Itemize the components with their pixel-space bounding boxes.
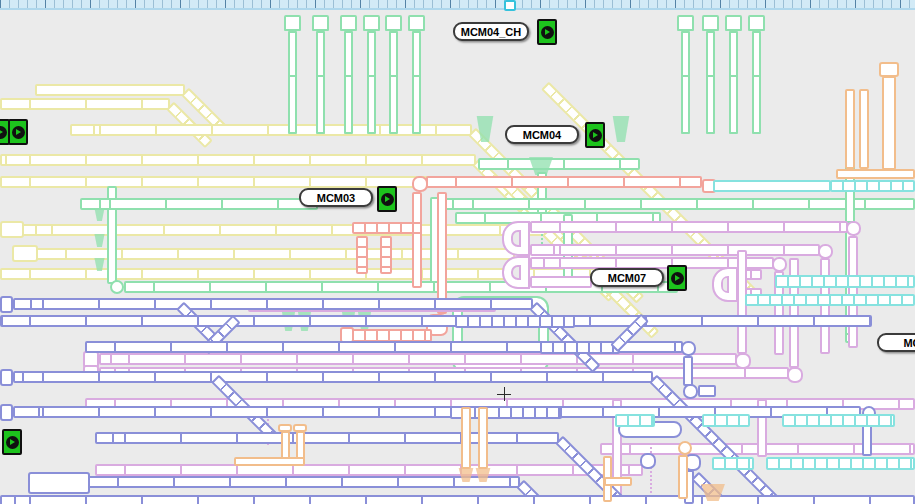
track-corner (110, 280, 124, 294)
station-label-mcm07[interactable]: MCM07 (590, 268, 664, 287)
run-status-icon[interactable] (377, 186, 397, 212)
play-arrow-icon (16, 129, 21, 135)
track-endcap (0, 296, 13, 313)
crosshair-cursor (504, 387, 505, 401)
track-segment (530, 276, 592, 288)
tube-cap (363, 15, 380, 31)
track-segmented (782, 414, 895, 427)
tube-body (344, 31, 353, 134)
track-segment (0, 98, 170, 110)
tube-body (729, 31, 738, 134)
track-segment (234, 457, 305, 466)
track-segment (678, 455, 688, 499)
play-arrow-icon (675, 275, 680, 281)
track-endcap (12, 245, 38, 262)
status-core-icon (671, 272, 684, 285)
tube-track (725, 15, 742, 134)
track-segment (845, 89, 855, 169)
status-core-icon (589, 129, 602, 142)
run-status-icon[interactable] (667, 265, 687, 291)
track-segmented (615, 414, 655, 427)
station-label-mcm04_ch[interactable]: MCM04_CH (453, 22, 529, 41)
track-segment (683, 356, 693, 386)
track-segment (698, 385, 716, 397)
tube-body (752, 31, 761, 134)
track-segment (95, 432, 559, 444)
track-segment (99, 353, 737, 365)
track-segment (820, 258, 830, 354)
run-status-icon[interactable] (8, 119, 28, 145)
station-label-mc_partial[interactable]: MC (877, 333, 915, 352)
tube-body (706, 31, 715, 134)
play-arrow-icon (545, 29, 550, 35)
tube-body (412, 31, 421, 134)
tube-track (677, 15, 694, 134)
track-corner (681, 341, 696, 356)
status-core-icon (381, 193, 394, 206)
track-segment (437, 192, 447, 314)
status-core-icon (6, 436, 19, 449)
tube-cap (725, 15, 742, 31)
track-corner (787, 367, 803, 383)
play-arrow-icon (593, 132, 598, 138)
track-endcap (879, 62, 899, 77)
track-segment (859, 89, 869, 169)
scada-layout-canvas: MCM04_CHMCM04MCM03MCM07MC (0, 0, 915, 504)
tube-cap (284, 15, 301, 31)
track-uturn (502, 221, 530, 256)
ruler-handle[interactable] (504, 0, 516, 11)
track-corner (846, 221, 861, 236)
track-segment (530, 244, 820, 256)
track-corner (683, 384, 698, 399)
tube-track (702, 15, 719, 134)
play-arrow-icon (10, 439, 15, 445)
track-segmented (830, 180, 915, 192)
tube-track (748, 15, 765, 134)
track-uturn (712, 267, 738, 302)
tube-body (389, 31, 398, 134)
station-label-mcm04[interactable]: MCM04 (505, 125, 579, 144)
tube-track (284, 15, 301, 134)
track-segmented (356, 236, 368, 274)
track-segment (88, 476, 520, 488)
track-segment (13, 298, 533, 310)
track-segmented (540, 341, 620, 354)
tube-cap (408, 15, 425, 31)
dotted-guide (650, 443, 652, 501)
track-endcap (0, 221, 24, 238)
track-segmented (702, 414, 750, 427)
chute-marker (612, 116, 630, 142)
track-segment (530, 221, 848, 233)
track-segment (848, 236, 858, 348)
top-ruler (0, 0, 915, 10)
track-segmented (380, 236, 392, 274)
track-segmented (352, 222, 422, 234)
tube-cap (340, 15, 357, 31)
track-segment (0, 495, 915, 504)
status-core-icon (0, 126, 7, 139)
track-segment (0, 154, 476, 166)
track-endcap (0, 404, 13, 421)
play-arrow-icon (385, 196, 390, 202)
run-status-icon[interactable] (537, 19, 557, 45)
track-corner (772, 257, 787, 272)
status-core-icon (12, 126, 25, 139)
tube-track (312, 15, 329, 134)
run-status-icon[interactable] (585, 122, 605, 148)
tube-body (288, 31, 297, 134)
track-corner (818, 244, 833, 259)
chute-marker (94, 234, 105, 247)
station-label-mcm03[interactable]: MCM03 (299, 188, 373, 207)
run-status-icon[interactable] (2, 429, 22, 455)
tube-track (340, 15, 357, 134)
track-segment (36, 248, 576, 260)
track-corner (678, 441, 692, 455)
track-endcap (28, 472, 90, 494)
track-segment (478, 407, 488, 469)
track-segmented (712, 457, 754, 470)
tube-body (681, 31, 690, 134)
chute-marker (94, 208, 105, 221)
track-segment (412, 192, 422, 288)
tube-body (367, 31, 376, 134)
play-arrow-icon (0, 129, 3, 135)
